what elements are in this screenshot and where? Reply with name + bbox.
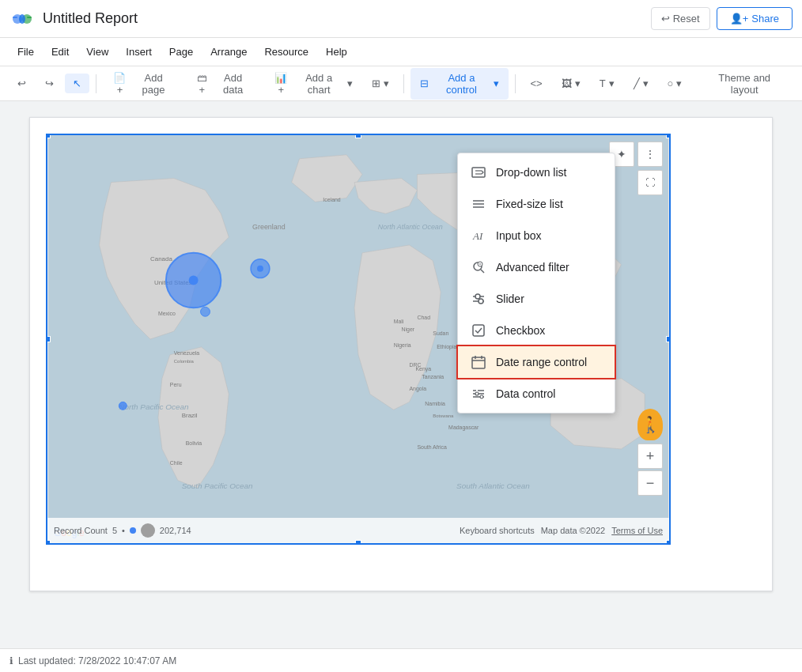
selection-handle-bc[interactable] [355, 540, 361, 545]
svg-text:Canada: Canada [150, 255, 172, 262]
menu-insert[interactable]: Insert [118, 43, 160, 61]
title-actions: ↩ Reset 👤+ Share [651, 7, 793, 30]
menu-bar: File Edit View Insert Page Arrange Resou… [0, 38, 802, 66]
toolbar-divider-2 [403, 74, 404, 93]
svg-line-57 [481, 270, 484, 273]
svg-text:Colombia: Colombia [174, 359, 195, 364]
svg-point-61 [475, 294, 480, 299]
data-control-option[interactable]: Data control [458, 378, 615, 410]
fixed-size-list-option[interactable]: Fixed-size list [458, 188, 615, 220]
dropdown-list-option[interactable]: Drop-down list [458, 157, 615, 188]
advanced-filter-icon [471, 259, 486, 275]
svg-text:Namibia: Namibia [425, 401, 445, 406]
image-icon: 🖼 [562, 77, 572, 89]
checkbox-option[interactable]: Checkbox [458, 315, 615, 346]
svg-text:Nigeria: Nigeria [394, 342, 411, 349]
grid-button[interactable]: ⊞ ▾ [364, 74, 397, 93]
selection-handle-mr[interactable] [666, 336, 671, 342]
reset-icon: ↩ [661, 13, 670, 25]
menu-resource[interactable]: Resource [256, 43, 316, 61]
menu-file[interactable]: File [9, 43, 42, 61]
slider-icon [471, 291, 486, 307]
menu-page[interactable]: Page [161, 43, 201, 61]
line-button[interactable]: ╱ ▾ [626, 74, 656, 93]
svg-text:AI: AI [472, 230, 483, 242]
svg-text:Chile: Chile [170, 460, 183, 466]
page-title: Untitled Report [43, 10, 651, 27]
zoom-in-button[interactable]: + [637, 444, 663, 469]
code-button[interactable]: <> [522, 74, 550, 93]
add-data-icon: 🗃+ [194, 72, 210, 96]
svg-point-44 [257, 266, 263, 272]
share-button[interactable]: 👤+ Share [717, 7, 793, 30]
selection-handle-ml[interactable] [46, 336, 51, 342]
chevron-down-icon-5: ▾ [609, 77, 615, 89]
svg-point-2 [19, 14, 25, 24]
line-icon: ╱ [634, 77, 640, 89]
undo-icon: ↩ [17, 77, 26, 89]
chevron-down-icon: ▾ [347, 77, 353, 89]
menu-arrange[interactable]: Arrange [202, 43, 255, 61]
date-range-control-option[interactable]: Date range control [458, 346, 615, 378]
dropdown-list-icon [471, 164, 486, 180]
toolbar: ↩ ↪ ↖ 📄+ Add page 🗃+ Add data 📊+ Add a c… [0, 66, 802, 101]
chevron-down-icon-3: ▾ [494, 77, 499, 89]
fullscreen-button[interactable]: ⛶ [637, 170, 663, 195]
text-button[interactable]: T ▾ [592, 74, 622, 93]
code-icon: <> [530, 77, 542, 89]
person-add-icon: 👤+ [730, 13, 749, 25]
undo-button[interactable]: ↩ [9, 74, 34, 93]
more-options-icon[interactable]: ⋮ [637, 142, 663, 167]
input-box-option[interactable]: AI Input box [458, 220, 615, 251]
add-control-button[interactable]: ⊟ Add a control ▾ [410, 68, 509, 100]
shape-button[interactable]: ○ ▾ [660, 74, 690, 93]
status-bar: ℹ Last updated: 7/28/2022 10:47:07 AM [0, 648, 802, 672]
svg-point-63 [479, 299, 483, 304]
svg-text:South Atlantic Ocean: South Atlantic Ocean [456, 481, 530, 490]
chevron-down-icon-2: ▾ [384, 77, 389, 89]
svg-text:Mexico: Mexico [158, 311, 176, 316]
pegman[interactable]: 🚶 [637, 409, 663, 440]
map-controls-top-right: ✦ ⋮ ⛶ [609, 142, 663, 195]
image-button[interactable]: 🖼 ▾ [554, 74, 588, 93]
chevron-down-icon-6: ▾ [643, 77, 649, 89]
input-box-icon: AI [471, 228, 486, 244]
select-tool-button[interactable]: ↖ [65, 74, 89, 93]
map-zoom-controls: + − [637, 444, 663, 496]
add-control-dropdown: Drop-down list Fixed-size list AI Input … [457, 153, 615, 413]
svg-point-75 [480, 395, 483, 398]
text-icon: T [600, 77, 606, 89]
menu-view[interactable]: View [78, 43, 116, 61]
add-chart-button[interactable]: 📊+ Add a chart ▾ [264, 68, 361, 100]
redo-button[interactable]: ↪ [37, 74, 62, 93]
selection-handle-tl[interactable] [46, 134, 51, 138]
svg-text:Tanzania: Tanzania [422, 374, 444, 379]
add-page-button[interactable]: 📄+ Add page [103, 68, 183, 100]
chevron-down-icon-4: ▾ [575, 77, 581, 89]
svg-text:North Atlantic Ocean: North Atlantic Ocean [378, 223, 443, 231]
selection-handle-tc[interactable] [355, 134, 361, 138]
map-attribution: Keyboard shortcuts Map data ©2022 Terms … [460, 526, 663, 535]
slider-option[interactable]: Slider [458, 283, 615, 315]
svg-rect-65 [472, 357, 485, 368]
pegman-icon: 🚶 [637, 409, 663, 440]
data-control-icon [471, 386, 486, 402]
add-data-button[interactable]: 🗃+ Add data [186, 68, 261, 100]
svg-text:South Pacific Ocean: South Pacific Ocean [182, 481, 253, 490]
reset-button[interactable]: ↩ Reset [651, 7, 710, 30]
selection-handle-br[interactable] [666, 540, 671, 545]
svg-point-74 [475, 392, 479, 395]
selection-handle-tr[interactable] [666, 134, 671, 138]
record-count: Record Count 5 • 202,714 [54, 523, 191, 538]
add-chart-icon: 📊+ [272, 72, 290, 96]
theme-layout-button[interactable]: Theme and layout [696, 68, 793, 100]
add-page-icon: 📄+ [111, 72, 129, 96]
svg-text:Niger: Niger [402, 327, 415, 333]
selection-handle-bl[interactable] [46, 540, 51, 545]
zoom-out-button[interactable]: − [637, 470, 663, 496]
advanced-filter-option[interactable]: Advanced filter [458, 251, 615, 283]
report-canvas: North Pacific Ocean South Atlantic Ocean… [29, 117, 773, 591]
menu-help[interactable]: Help [318, 43, 355, 61]
svg-text:Chad: Chad [417, 315, 430, 320]
menu-edit[interactable]: Edit [44, 43, 77, 61]
